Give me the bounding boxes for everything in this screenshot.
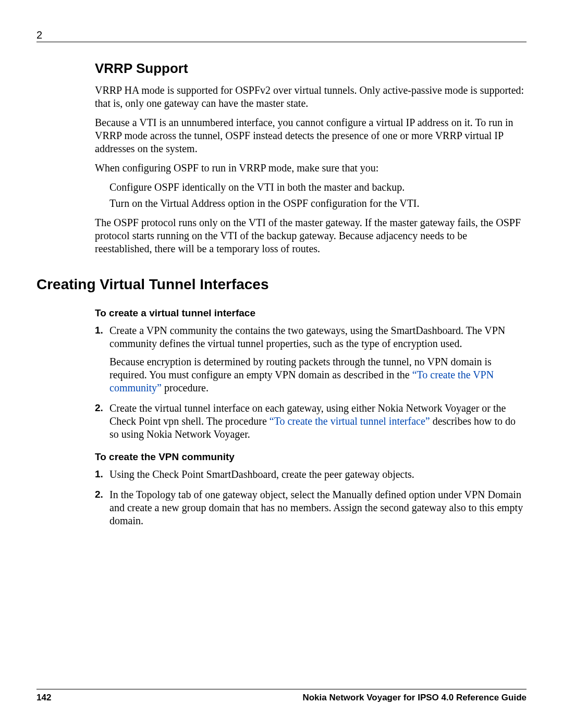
proc2-step2-text: In the Topology tab of one gateway objec… bbox=[109, 489, 523, 526]
proc2-step-2: 2. In the Topology tab of one gateway ob… bbox=[95, 488, 527, 527]
proc1-step1-text: Create a VPN community the contains the … bbox=[109, 325, 505, 349]
proc1-steps: 1. Create a VPN community the contains t… bbox=[95, 324, 527, 441]
page: 2 VRRP Support VRRP HA mode is supported… bbox=[0, 0, 563, 728]
vrrp-section: VRRP Support VRRP HA mode is supported f… bbox=[95, 60, 527, 255]
vrrp-bullet-1: Configure OSPF identically on the VTI in… bbox=[109, 181, 527, 194]
proc1-step1-sub-after: procedure. bbox=[162, 382, 209, 393]
chapter-number: 2 bbox=[36, 29, 42, 41]
proc1-step1-sub: Because encryption is determined by rout… bbox=[109, 355, 527, 394]
header-rule bbox=[36, 42, 527, 42]
running-header: 2 bbox=[36, 29, 527, 44]
step-number: 2. bbox=[95, 488, 103, 501]
footer-rule bbox=[36, 689, 527, 689]
content-area: VRRP Support VRRP HA mode is supported f… bbox=[36, 44, 527, 527]
step-number: 2. bbox=[95, 402, 103, 414]
proc1-step-2: 2. Create the virtual tunnel interface o… bbox=[95, 402, 527, 441]
step-number: 1. bbox=[95, 468, 103, 480]
vrrp-heading: VRRP Support bbox=[95, 60, 527, 77]
page-number: 142 bbox=[36, 693, 51, 703]
book-title: Nokia Network Voyager for IPSO 4.0 Refer… bbox=[302, 693, 527, 703]
proc2-step-1: 1. Using the Check Point SmartDashboard,… bbox=[95, 468, 527, 481]
proc2-title: To create the VPN community bbox=[95, 451, 527, 463]
footer-row: 142 Nokia Network Voyager for IPSO 4.0 R… bbox=[36, 693, 527, 703]
vrrp-paragraph-4: The OSPF protocol runs only on the VTI o… bbox=[95, 216, 527, 255]
vrrp-paragraph-3: When configuring OSPF to run in VRRP mod… bbox=[95, 162, 527, 175]
vrrp-bullet-list: Configure OSPF identically on the VTI in… bbox=[95, 181, 527, 210]
proc2-steps: 1. Using the Check Point SmartDashboard,… bbox=[95, 468, 527, 527]
vrrp-bullet-2: Turn on the Virtual Address option in th… bbox=[109, 197, 527, 210]
cvti-heading: Creating Virtual Tunnel Interfaces bbox=[36, 276, 527, 293]
link-create-vti[interactable]: “To create the virtual tunnel interface” bbox=[270, 415, 430, 427]
proc1-step-1: 1. Create a VPN community the contains t… bbox=[95, 324, 527, 394]
running-footer: 142 Nokia Network Voyager for IPSO 4.0 R… bbox=[36, 689, 527, 703]
proc2-step1-text: Using the Check Point SmartDashboard, cr… bbox=[109, 468, 414, 480]
proc1-title: To create a virtual tunnel interface bbox=[95, 307, 527, 319]
vrrp-paragraph-2: Because a VTI is an unnumbered interface… bbox=[95, 116, 527, 155]
cvti-section: To create a virtual tunnel interface 1. … bbox=[95, 307, 527, 527]
step-number: 1. bbox=[95, 324, 103, 337]
vrrp-paragraph-1: VRRP HA mode is supported for OSPFv2 ove… bbox=[95, 84, 527, 110]
